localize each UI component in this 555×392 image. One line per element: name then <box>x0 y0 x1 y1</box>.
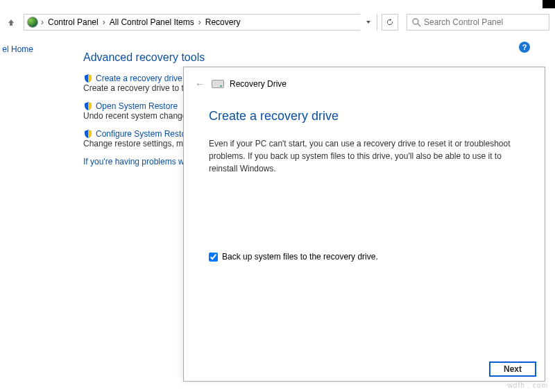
nav-up-button[interactable] <box>6 17 17 28</box>
control-panel-icon <box>27 17 38 28</box>
sidebar: el Home <box>0 42 35 57</box>
breadcrumb-item[interactable]: Recovery <box>203 17 244 27</box>
breadcrumb-box[interactable]: › Control Panel › All Control Panel Item… <box>24 14 377 31</box>
shield-icon <box>83 101 93 111</box>
search-input[interactable] <box>411 17 545 27</box>
create-recovery-link[interactable]: Create a recovery drive <box>96 74 182 83</box>
back-arrow-icon[interactable]: ← <box>194 78 206 90</box>
backup-checkbox-row[interactable]: Back up system files to the recovery dri… <box>209 252 378 262</box>
refresh-button[interactable] <box>382 14 398 31</box>
section-title: Advanced recovery tools <box>83 51 264 64</box>
recovery-drive-wizard: ← Recovery Drive Create a recovery drive… <box>183 67 545 382</box>
help-icon[interactable]: ? <box>519 42 530 53</box>
wizard-header-label: Recovery Drive <box>230 79 287 89</box>
wizard-header: ← Recovery Drive <box>184 67 545 95</box>
wizard-body-text: Even if your PC can't start, you can use… <box>184 130 545 182</box>
breadcrumb-item[interactable]: Control Panel <box>45 17 101 27</box>
chevron-right-icon[interactable]: › <box>40 17 45 27</box>
backup-checkbox-label: Back up system files to the recovery dri… <box>222 252 378 262</box>
backup-checkbox[interactable] <box>209 253 218 262</box>
wizard-title: Create a recovery drive <box>184 95 545 130</box>
next-button[interactable]: Next <box>489 361 536 377</box>
address-bar: › Control Panel › All Control Panel Item… <box>0 12 555 32</box>
chevron-right-icon[interactable]: › <box>197 17 203 27</box>
system-restore-link[interactable]: Open System Restore <box>96 101 178 111</box>
svg-point-0 <box>413 19 418 24</box>
drive-icon <box>212 80 224 88</box>
watermark: wdfh . com <box>508 382 548 389</box>
search-icon <box>411 17 421 30</box>
sidebar-home-link[interactable]: el Home <box>0 42 33 57</box>
breadcrumb-item[interactable]: All Control Panel Items <box>107 17 197 27</box>
shield-icon <box>83 74 93 83</box>
window-title-fragment <box>543 0 555 8</box>
shield-icon <box>83 129 93 139</box>
chevron-right-icon[interactable]: › <box>101 17 107 27</box>
search-box[interactable] <box>407 14 549 31</box>
configure-restore-link[interactable]: Configure System Restore <box>96 129 194 139</box>
breadcrumb-dropdown[interactable] <box>360 14 377 31</box>
svg-line-1 <box>418 24 420 26</box>
wizard-footer: Next <box>489 361 536 377</box>
